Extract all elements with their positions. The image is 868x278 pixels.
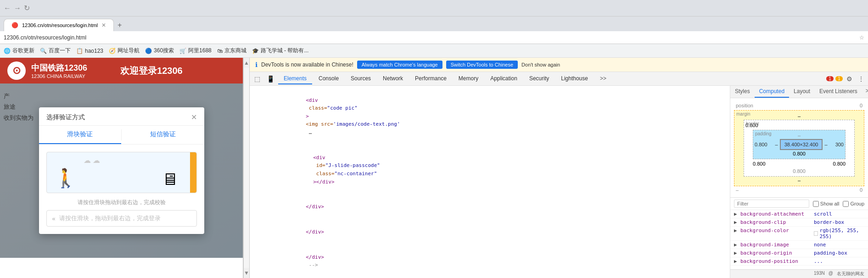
tab-memory[interactable]: Memory (453, 73, 484, 84)
event-listeners-tab[interactable]: Event Listeners (815, 86, 862, 98)
group-checkbox[interactable] (843, 201, 849, 207)
modal-close-button[interactable]: ✕ (191, 113, 197, 122)
bookmark-label: hao123 (85, 48, 103, 54)
address-input[interactable] (4, 34, 856, 41)
bookmark-icon: 🛍 (217, 48, 223, 54)
computed-tab[interactable]: Computed (755, 86, 789, 98)
modal-box: 选择验证方式 ✕ 滑块验证 短信验证 🚶 🖥 ☁ ☁ (39, 107, 204, 234)
show-all-label[interactable]: Show all (813, 201, 840, 207)
bookmark-jd[interactable]: 🛍 京东商城 (217, 47, 246, 55)
css-prop-background-origin[interactable]: ▶ background-origin padding-box (730, 249, 868, 257)
group-label[interactable]: Group (843, 201, 864, 207)
tab-application[interactable]: Application (485, 73, 523, 84)
slider-area: 🚶 🖥 ☁ ☁ (46, 152, 197, 193)
settings-button[interactable]: ⚙ (845, 74, 854, 83)
border-left-val: 0.800 (753, 161, 766, 167)
scrollbar-up[interactable]: ▲ (244, 58, 249, 68)
cursor-tool-icon[interactable]: ⬚ (252, 73, 263, 84)
bookmark-360[interactable]: 🔵 360搜索 (145, 47, 174, 55)
tab-elements[interactable]: Elements (278, 73, 312, 84)
browser-back-icon[interactable]: ← (4, 4, 11, 12)
bookmark-star-icon[interactable]: ☆ (859, 34, 864, 41)
modal-tab-sms[interactable]: 短信验证 (122, 126, 204, 144)
bookmark-nav[interactable]: 🧭 网址导航 (109, 47, 140, 55)
notification-text: DevTools is now available in Chinese! (261, 61, 353, 68)
attr2: class= (313, 171, 334, 177)
prop-name: background-origin (740, 250, 814, 256)
styles-panel: Styles Computed Layout Event Listeners >… (730, 86, 868, 278)
modal-input-row: « 请按住滑块，拖动到最右边，完成登录 (46, 210, 197, 227)
tag-span: <div (306, 97, 318, 103)
bottom-dash-left: – (736, 187, 739, 193)
tab-network[interactable]: Network (377, 73, 409, 84)
devtools-content: <div class="code pic" > <img src='images… (250, 86, 868, 278)
css-filter-input[interactable] (734, 200, 809, 208)
show-all-checkbox[interactable] (813, 201, 819, 207)
html-line-2[interactable]: <div id="J-slide-passcode" class="nc-con… (250, 145, 730, 195)
bookmark-hao123[interactable]: 📋 hao123 (76, 48, 103, 54)
tab-close-icon[interactable]: ✕ (101, 22, 106, 28)
css-prop-background-attachment[interactable]: ▶ background-attachment scroll (730, 210, 868, 218)
tab-more[interactable]: >> (594, 73, 612, 84)
color-swatch[interactable] (814, 231, 818, 236)
dont-show-again-button[interactable]: Don't show again (521, 62, 560, 67)
bookmark-icon: 🧭 (109, 48, 116, 54)
railway-logo: ⊙ (7, 61, 26, 80)
layout-tab[interactable]: Layout (789, 86, 815, 98)
modal-tab-slider[interactable]: 滑块验证 (39, 126, 122, 144)
css-prop-background-position[interactable]: ▶ background-position ... (730, 257, 868, 266)
modal-orange-bar (190, 152, 196, 193)
styles-tab[interactable]: Styles (730, 86, 755, 98)
border-label: border (746, 121, 759, 126)
bookmark-ali[interactable]: 🛒 阿里1688 (179, 47, 212, 55)
tab-lighthouse[interactable]: Lighthouse (555, 73, 594, 84)
tab-performance[interactable]: Performance (409, 73, 452, 84)
close-div2: </div> (306, 229, 324, 235)
attr-class: class= (306, 105, 327, 111)
right-margin-val: 300 (835, 142, 844, 147)
css-prop-background-clip[interactable]: ▶ background-clip border-box (730, 218, 868, 227)
mobile-tool-icon[interactable]: 📱 (264, 73, 277, 84)
switch-chinese-button[interactable]: Switch DevTools to Chinese (446, 61, 518, 69)
prop-name: background-color (740, 228, 814, 239)
tab-sources[interactable]: Sources (345, 73, 376, 84)
active-tab[interactable]: 🔴 12306.cn/otn/resources/login.html ✕ (4, 19, 114, 31)
tab-console[interactable]: Console (313, 73, 344, 84)
css-prop-background-image[interactable]: ▶ background-image none (730, 241, 868, 249)
html-line-5[interactable]: </div> --> (250, 245, 730, 278)
tab-title: 12306.cn/otn/resources/login.html (22, 22, 98, 28)
devtools-status-bar: 193N @ 名无聊的网友 (730, 269, 868, 278)
img-src: 'images/code-text.png' (333, 121, 400, 127)
tag-more: … (306, 129, 312, 135)
railway-header: ⊙ 中国铁路12306 12306 CHINA RAILWAY 欢迎登录1230… (0, 58, 243, 83)
bookmark-label: 阿里1688 (188, 47, 212, 55)
new-tab-button[interactable]: + (114, 19, 125, 31)
html-panel: <div class="code pic" > <img src='images… (250, 86, 730, 278)
html-line-3[interactable]: </div> (250, 195, 730, 220)
match-language-button[interactable]: Always match Chrome's language (357, 61, 442, 69)
html-line-4[interactable]: </div> (250, 220, 730, 245)
styles-more-btn[interactable]: >> (862, 86, 868, 98)
html-line-1[interactable]: <div class="code pic" > <img src='images… (250, 88, 730, 145)
more-options-button[interactable]: ⋮ (856, 74, 866, 83)
railway-title-sub: 12306 CHINA RAILWAY (31, 73, 87, 79)
double-left-icon: « (52, 215, 56, 222)
tab-security[interactable]: Security (524, 73, 554, 84)
prop-triangle: ▶ (734, 258, 739, 264)
devtools-toolbar: ⬚ 📱 Elements Console Sources Network Per… (250, 72, 868, 86)
browser-reload-icon[interactable]: ↻ (24, 4, 30, 12)
bookmark-google-update[interactable]: 🌐 谷歌更新 (4, 47, 34, 55)
bookmark-lufei[interactable]: 🎓 路飞学城 - 帮助有... (252, 47, 309, 55)
browser-forward-icon[interactable]: → (14, 4, 21, 12)
modal-input-hint: 请按住滑块，拖动到最右边，完成登录 (59, 214, 161, 222)
tag-close: > (306, 113, 309, 119)
scrollbar-down[interactable]: ▼ (244, 268, 249, 278)
position-label: position (736, 103, 753, 108)
railway-title: 中国铁路12306 12306 CHINA RAILWAY (31, 62, 87, 79)
modal-body: 🚶 🖥 ☁ ☁ 请按住滑块拖动到最右边，完成校验 « 请按住滑块，拖动到最右边，… (39, 145, 204, 234)
border-box: border 0.800 padding – 0.800 (744, 120, 855, 177)
bookmark-label: 谷歌更新 (12, 47, 34, 55)
prop-value: border-box (814, 219, 864, 225)
css-prop-background-color[interactable]: ▶ background-color rgb(255, 255, 255) (730, 227, 868, 241)
bookmark-baidu[interactable]: 🔍 百度一下 (40, 47, 71, 55)
